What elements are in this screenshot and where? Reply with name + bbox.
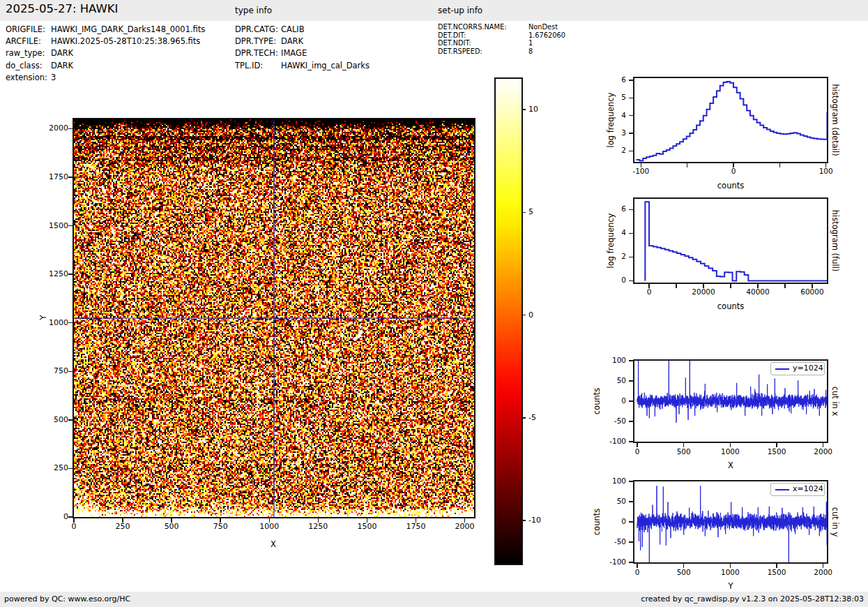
main-ytick-label: 0 — [40, 512, 68, 521]
cut_y-xtick-label: 2000 — [814, 568, 832, 576]
footer-powered-by: powered by QC: www.eso.org/HC — [4, 592, 130, 607]
hist_full-xtick-label: 60000 — [800, 287, 823, 296]
setup-info-value: NonDest — [528, 23, 558, 31]
setup-info-value: 1 — [528, 39, 533, 47]
main-ytick-mark — [68, 273, 73, 275]
setup-info-label: DET.RSPEED: — [438, 47, 482, 55]
hist_full-xtick-label: 40000 — [746, 287, 769, 296]
hist_detail-ytick-mark — [629, 133, 633, 134]
hist_detail-ylabel: log frequency — [606, 93, 616, 148]
main-xtick-label: 750 — [213, 522, 228, 531]
file-info-label: extension: — [6, 73, 47, 82]
hist_full-ytick-mark — [629, 257, 633, 258]
cut_y-xtick-label: 0 — [635, 568, 640, 576]
hist_detail-xtick-label: 0 — [731, 167, 736, 175]
cut_y-ytick-label: -50 — [602, 537, 626, 546]
main-xtick-label: 250 — [116, 522, 130, 531]
cut_y-xtick-label: 1500 — [768, 568, 786, 576]
colorbar-tick-mark — [521, 315, 526, 316]
main-ytick-mark — [68, 322, 73, 324]
main-xlabel: X — [271, 539, 276, 549]
colorbar-tick-label: 5 — [528, 207, 533, 216]
hist_detail-xtick-mark — [779, 163, 781, 167]
cut_y-ytick-mark — [629, 501, 633, 502]
cut_x-ytick-mark — [629, 360, 633, 361]
type-info-label: DPR.TYPE: — [235, 36, 276, 46]
cut_y-ytick-mark — [629, 562, 633, 563]
cut_x-ytick-label: 0 — [602, 396, 626, 405]
colorbar-tick-mark — [521, 520, 526, 521]
setup-info-label: DET.NDIT: — [438, 39, 471, 47]
header-bar: 2025-05-27: HAWKI type info set-up info — [0, 0, 868, 21]
hist_detail-right-title: histogram (detail) — [830, 84, 840, 156]
cut_y-xlabel: Y — [728, 581, 733, 591]
main-ytick-label: 1500 — [40, 221, 68, 230]
cut_x-ytick-label: 50 — [602, 376, 626, 384]
main-xtick-label: 1500 — [357, 522, 376, 531]
setup-info-label: DET.NCORRS.NAME: — [438, 23, 506, 31]
main-xtick-label: 500 — [165, 522, 179, 531]
type-info-value: DARK — [281, 36, 303, 46]
hist_detail-xtick-mark — [687, 163, 688, 167]
footer-created-by: created by qc_rawdisp.py v1.2.3 on 2025-… — [641, 592, 864, 607]
cut_x-xtick-label: 0 — [635, 447, 640, 456]
cut_x-xtick-label: 500 — [677, 447, 691, 456]
main-image-canvas — [74, 119, 474, 517]
main-ytick-label: 1750 — [40, 172, 68, 181]
type-info-value: IMAGE — [281, 48, 307, 58]
cut_y-ytick-mark — [629, 481, 633, 482]
file-info-label: ORIGFILE: — [6, 24, 45, 34]
hist_full-xtick-mark — [730, 284, 731, 288]
file-info-value: DARK — [51, 61, 73, 70]
file-info-label: ARCFILE: — [6, 36, 41, 46]
setup-info-value: 8 — [528, 47, 533, 55]
cut_y-xtick-label: 1000 — [721, 568, 740, 576]
cut_y-ytick-label: 0 — [602, 517, 626, 525]
cut_y-right-title: cut in y — [830, 507, 840, 537]
setup-info-heading: set-up info — [438, 6, 482, 15]
setup-info-value: 1.6762060 — [528, 31, 565, 39]
colorbar-tick-mark — [521, 417, 526, 419]
cut_y-ytick-label: 50 — [602, 497, 626, 505]
file-info-label: raw_type: — [6, 48, 45, 58]
hist_detail-ytick-mark — [629, 115, 633, 117]
main-ytick-mark — [68, 177, 73, 178]
hist_full-xlabel: counts — [717, 301, 744, 311]
main-ytick-label: 2000 — [40, 123, 68, 133]
file-info-value: DARK — [51, 48, 73, 58]
main-ytick-mark — [68, 225, 73, 227]
main-ytick-label: 750 — [40, 366, 68, 375]
main-ytick-mark — [68, 128, 73, 130]
hist_full-xtick-mark — [784, 284, 786, 288]
type-info-heading: type info — [235, 6, 272, 15]
cut_x-ytick-label: 100 — [602, 356, 626, 364]
hist_full-canvas — [634, 199, 827, 283]
cut_x-xtick-label: 1000 — [721, 447, 740, 456]
hist_detail-xtick-label: 100 — [819, 167, 833, 175]
hist_full-ytick-label: 6 — [602, 204, 626, 213]
cut_y-xtick-label: 500 — [677, 568, 691, 576]
hist_detail-ytick-mark — [629, 80, 633, 81]
cut_x-ytick-mark — [629, 400, 633, 402]
file-info-label: do_class: — [6, 61, 43, 70]
colorbar-tick-label: 0 — [528, 310, 533, 320]
hist_detail-ytick-mark — [629, 98, 633, 99]
main-xtick-label: 2000 — [455, 522, 475, 531]
main-ytick-mark — [68, 468, 73, 470]
type-info-value: HAWKI_img_cal_Darks — [281, 61, 370, 70]
main-xtick-label: 1750 — [406, 522, 425, 531]
cut_x-ytick-mark — [629, 380, 633, 382]
footer-bar: powered by QC: www.eso.org/HC created by… — [0, 592, 868, 607]
main-xtick-label: 1250 — [308, 522, 328, 531]
cut_y-ytick-label: -100 — [602, 557, 626, 566]
main-ytick-mark — [68, 516, 73, 518]
file-info-value: HAWKI_IMG_DARK_Darks148_0001.fits — [51, 24, 205, 34]
colorbar — [494, 77, 523, 565]
hist_full-xtick-label: 0 — [647, 287, 652, 296]
cut_x-xtick-label: 1500 — [768, 447, 786, 456]
cut_x-ytick-mark — [629, 421, 633, 422]
hist_full-ytick-label: 0 — [602, 276, 626, 284]
hist_detail-ytick-mark — [629, 151, 633, 152]
hist_full-xtick-label: 20000 — [692, 287, 715, 296]
colorbar-tick-mark — [521, 109, 526, 110]
